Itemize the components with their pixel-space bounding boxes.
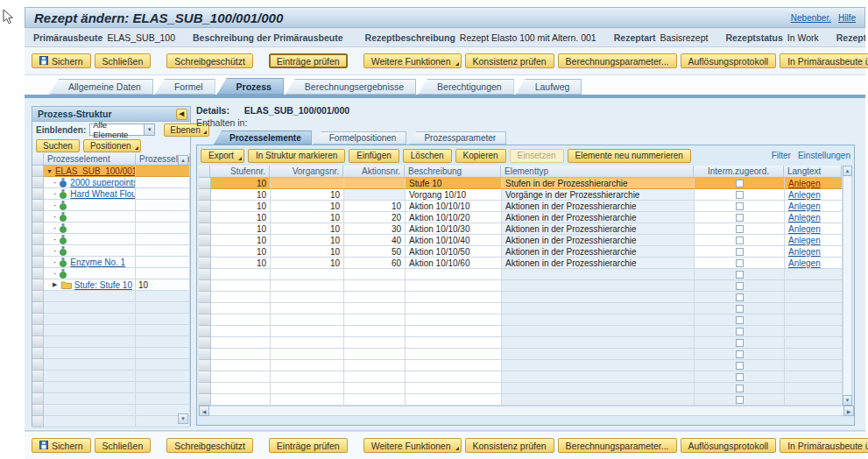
cell-stufennr[interactable]: 10: [211, 258, 271, 269]
checkbox[interactable]: [736, 202, 744, 210]
anlegen-link[interactable]: Anlegen: [788, 247, 821, 257]
collapse-panel-button[interactable]: ◀: [176, 109, 187, 120]
row-selector[interactable]: [199, 314, 211, 326]
hilfe-link[interactable]: Hilfe: [838, 13, 856, 23]
row-selector[interactable]: [199, 383, 211, 394]
einf-gen-button[interactable]: Einfügen: [349, 149, 399, 163]
cell-beschreibung[interactable]: Aktion 10/10/40: [406, 235, 502, 246]
elemente-neu-nummerieren-button[interactable]: Elemente neu nummerieren: [568, 149, 691, 163]
cell-aktionsnr[interactable]: 30: [344, 223, 406, 235]
row-selector[interactable]: [32, 222, 44, 234]
scroll-down-button[interactable]: ▼: [843, 395, 852, 406]
tab-allgemeine-daten[interactable]: Allgemeine Daten: [49, 79, 153, 95]
row-selector[interactable]: [199, 189, 211, 201]
cell-beschreibung[interactable]: Aktion 10/10/20: [406, 212, 502, 223]
chevron-down-icon[interactable]: ▼: [144, 124, 155, 136]
row-selector[interactable]: [32, 200, 44, 211]
column-header[interactable]: Vorgangsnr.: [270, 166, 343, 178]
tree-node-link[interactable]: Hard Wheat Flour: [70, 189, 136, 199]
column-header[interactable]: Langtext: [784, 166, 842, 178]
anlegen-link[interactable]: Anlegen: [788, 213, 821, 222]
suchen-button[interactable]: Suchen: [36, 139, 80, 152]
row-selector[interactable]: [32, 166, 44, 177]
column-header[interactable]: Stufennr.: [210, 166, 270, 178]
checkbox[interactable]: [736, 282, 744, 290]
nebenber-link[interactable]: Nebenber.: [791, 13, 831, 23]
cell-vorgangsnr[interactable]: [271, 178, 344, 189]
schlie-en-button[interactable]: Schließen: [95, 53, 152, 68]
checkbox[interactable]: [736, 385, 744, 392]
cell-aktionsnr[interactable]: 10: [344, 201, 406, 212]
row-selector[interactable]: [32, 314, 44, 325]
eintr-ge-pr-fen-button[interactable]: Einträge prüfen: [269, 438, 348, 453]
tab-berechnungsergebnisse[interactable]: Berechnungsergebnisse: [286, 79, 416, 95]
aufl-sungsprotokoll-button[interactable]: Auflösungsprotokoll: [681, 438, 777, 453]
row-selector[interactable]: [199, 235, 211, 246]
cell-aktionsnr[interactable]: 50: [344, 246, 406, 258]
row-selector[interactable]: [32, 382, 44, 393]
tab-prozessparameter[interactable]: Prozessparameter: [408, 131, 506, 145]
anlegen-link[interactable]: Anlegen: [788, 190, 821, 200]
checkbox[interactable]: [736, 214, 744, 222]
expand-collapse-icon[interactable]: ▼: [46, 168, 53, 174]
scroll-track[interactable]: [209, 406, 843, 416]
checkbox[interactable]: [736, 396, 744, 404]
tab-prozess[interactable]: Prozess: [217, 78, 284, 95]
row-selector[interactable]: [199, 303, 211, 314]
checkbox[interactable]: [736, 248, 744, 256]
in-prim-rausbeute-bernehmen-button[interactable]: In Primärausbeute übernehmen...: [780, 53, 868, 68]
cell-stufennr[interactable]: 10: [211, 178, 271, 189]
cell-beschreibung[interactable]: Aktion 10/10/50: [406, 246, 502, 258]
checkbox[interactable]: [736, 328, 744, 335]
checkbox[interactable]: [736, 350, 744, 358]
row-selector[interactable]: [199, 337, 211, 349]
tree-element-cell[interactable]: ▶Stufe: Stufe 10: [44, 279, 136, 291]
cell-beschreibung[interactable]: Aktion 10/10/60: [406, 258, 502, 269]
cell-beschreibung[interactable]: Aktion 10/10/30: [406, 223, 502, 235]
schlie-en-button[interactable]: Schließen: [95, 438, 152, 453]
anlegen-link[interactable]: Anlegen: [788, 258, 821, 268]
tree-scroll-up-button[interactable]: ▲: [178, 155, 188, 166]
einblenden-dropdown[interactable]: Alle Elemente ▼: [89, 124, 155, 136]
row-selector[interactable]: [32, 393, 44, 405]
column-header[interactable]: Beschreibung: [405, 166, 501, 178]
checkbox[interactable]: [736, 305, 744, 313]
konsistenz-pr-fen-button[interactable]: Konsistenz prüfen: [465, 53, 554, 68]
checkbox[interactable]: [736, 271, 744, 279]
anlegen-link[interactable]: Anlegen: [788, 179, 821, 188]
tree-element-cell[interactable]: ·2000 superpoints: [44, 177, 136, 188]
cell-vorgangsnr[interactable]: 10: [271, 189, 344, 201]
checkbox[interactable]: [736, 225, 744, 233]
row-selector[interactable]: [199, 280, 211, 292]
row-selector[interactable]: [199, 269, 211, 280]
berechnungsparameter-button[interactable]: Berechnungsparameter...: [558, 438, 677, 453]
row-selector[interactable]: [32, 348, 44, 359]
cell-beschreibung[interactable]: Vorgang 10/10: [406, 189, 502, 201]
tab-formel[interactable]: Formel: [155, 79, 215, 95]
tree-node-link[interactable]: Stufe: Stufe 10: [74, 280, 132, 290]
tree-scroll-down-button[interactable]: ▼: [178, 413, 188, 424]
tab-prozesselemente[interactable]: Prozesselemente: [214, 131, 312, 145]
row-selector[interactable]: [32, 291, 44, 302]
cell-vorgangsnr[interactable]: 10: [271, 235, 344, 246]
tab-laufweg[interactable]: Laufweg: [516, 79, 582, 95]
l-schen-button[interactable]: Löschen: [403, 149, 452, 163]
cell-vorgangsnr[interactable]: 10: [271, 201, 344, 212]
row-selector[interactable]: [32, 234, 44, 245]
checkbox[interactable]: [736, 259, 744, 267]
row-selector[interactable]: [32, 416, 44, 427]
row-selector[interactable]: [32, 371, 44, 382]
tree-element-cell[interactable]: ·: [44, 222, 136, 234]
cell-stufennr[interactable]: 10: [211, 235, 271, 246]
row-selector[interactable]: [199, 371, 211, 383]
row-selector[interactable]: [32, 405, 44, 416]
checkbox[interactable]: [736, 180, 744, 187]
row-selector[interactable]: [32, 359, 44, 371]
scroll-left-button[interactable]: ◀: [199, 406, 209, 416]
row-selector[interactable]: [199, 360, 211, 371]
checkbox[interactable]: [736, 191, 744, 199]
cell-stufennr[interactable]: 10: [211, 201, 271, 212]
row-selector[interactable]: [199, 258, 211, 269]
cell-beschreibung[interactable]: Aktion 10/10/10: [406, 201, 502, 212]
column-header[interactable]: Aktionsnr.: [343, 166, 405, 178]
